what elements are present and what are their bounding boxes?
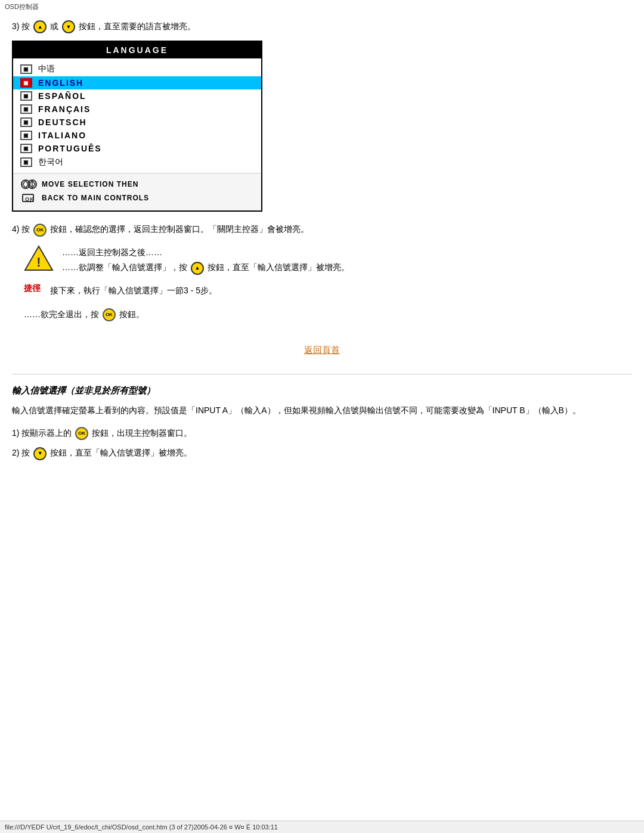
footer-row-1: MOVE SELECTION THEN — [20, 178, 254, 190]
section-divider — [12, 374, 632, 374]
ok-btn-step4: OK — [33, 224, 47, 237]
after-return-line1: ……返回主控制器之後…… — [62, 245, 349, 260]
lang-icon-chinese: ▣ — [20, 64, 32, 74]
lang-row-english[interactable]: ▣ ENGLISH — [13, 76, 261, 89]
step3-text: 3) 按 ▲ 或 ▼ 按鈕，直至需要的語言被增亮。 — [12, 20, 632, 33]
input-section-title: 輸入信號選擇（並非見於所有型號） — [12, 385, 632, 397]
svg-text:!: ! — [36, 255, 41, 270]
footer-row-2: OK BACK TO MAIN CONTROLS — [20, 192, 254, 204]
footer-icon-1 — [20, 178, 37, 190]
return-link-section: 返回頁首 — [12, 333, 632, 368]
lang-label-espanol: ESPAÑOL — [38, 91, 86, 101]
shortcut-block: 捷徑 接下來，執行「輸入信號選擇」一節3 - 5步。 — [24, 283, 632, 298]
lang-row-deutsch[interactable]: ▣ DEUTSCH — [13, 116, 261, 129]
svg-text:OK: OK — [25, 196, 35, 202]
ok-btn-exit: OK — [103, 308, 116, 321]
lang-label-korean: 한국어 — [38, 157, 63, 168]
lang-icon-italiano: ▣ — [20, 131, 32, 140]
lang-icon-english: ▣ — [20, 78, 32, 88]
language-table: LANGUAGE ▣ 中语 ▣ ENGLISH ▣ ESPAÑOL ▣ FRAN… — [12, 41, 262, 212]
lang-icon-deutsch: ▣ — [20, 117, 32, 127]
lang-icon-korean: ▣ — [20, 157, 32, 167]
lang-label-portugues: PORTUGUÊS — [38, 144, 102, 153]
triangle-up-btn-step3: ▲ — [33, 20, 47, 33]
lang-row-portugues[interactable]: ▣ PORTUGUÊS — [13, 142, 261, 155]
ok-btn-input: OK — [75, 427, 88, 440]
triangle-down-btn-step3: ▼ — [62, 20, 75, 33]
top-bar-title: OSD控制器 — [5, 3, 39, 10]
footer-label-1: MOVE SELECTION THEN — [42, 180, 138, 188]
top-bar: OSD控制器 — [0, 0, 644, 14]
exit-block: ……欲完全退出，按 OK 按鈕。 — [24, 307, 632, 322]
lang-row-espanol[interactable]: ▣ ESPAÑOL — [13, 89, 261, 103]
lang-row-italiano[interactable]: ▣ ITALIANO — [13, 129, 261, 142]
language-table-body: ▣ 中语 ▣ ENGLISH ▣ ESPAÑOL ▣ FRANÇAIS ▣ DE… — [13, 58, 261, 173]
step4-section: 4) 按 OK 按鈕，確認您的選擇，返回主控制器窗口。「關閉主控器」會被增亮。 … — [12, 222, 632, 322]
lang-label-francais: FRANÇAIS — [38, 104, 91, 114]
input-section-body: 輸入信號選擇確定螢幕上看到的內容。預設值是「INPUT A」（輸入A），但如果視… — [12, 404, 632, 418]
lang-label-italiano: ITALIANO — [38, 131, 86, 140]
lang-row-chinese[interactable]: ▣ 中语 — [13, 62, 261, 76]
status-bar: file:///D/YEDF U/crt_19_6/edoc/t_chi/OSD… — [0, 820, 644, 833]
warning-text: ……返回主控制器之後…… ……欲調整「輸入信號選擇」，按 ▲ 按鈕，直至「輸入信… — [62, 245, 349, 275]
shortcut-text: 接下來，執行「輸入信號選擇」一節3 - 5步。 — [50, 283, 217, 298]
warning-block: ! ……返回主控制器之後…… ……欲調整「輸入信號選擇」，按 ▲ 按鈕，直至「輸… — [24, 245, 632, 275]
lang-icon-francais: ▣ — [20, 104, 32, 114]
language-table-footer: MOVE SELECTION THEN OK BACK TO MAIN CONT… — [13, 173, 261, 210]
status-bar-text: file:///D/YEDF U/crt_19_6/edoc/t_chi/OSD… — [5, 823, 278, 831]
lang-row-korean[interactable]: ▣ 한국어 — [13, 155, 261, 169]
shortcut-label: 捷徑 — [24, 283, 41, 294]
lang-icon-portugues: ▣ — [20, 144, 32, 153]
input-step1: 1) 按顯示器上的 OK 按鈕，出現主控制器窗口。 — [12, 426, 632, 441]
warning-icon: ! — [24, 245, 54, 271]
input-section: 輸入信號選擇（並非見於所有型號） 輸入信號選擇確定螢幕上看到的內容。預設值是「I… — [12, 385, 632, 460]
lang-label-deutsch: DEUTSCH — [38, 117, 87, 127]
lang-row-francais[interactable]: ▣ FRANÇAIS — [13, 103, 261, 116]
language-table-header: LANGUAGE — [13, 42, 261, 58]
step4-intro: 4) 按 OK 按鈕，確認您的選擇，返回主控制器窗口。「關閉主控器」會被增亮。 — [12, 222, 632, 237]
after-return-line2: ……欲調整「輸入信號選擇」，按 ▲ 按鈕，直至「輸入信號選擇」被增亮。 — [62, 260, 349, 275]
footer-icon-2: OK — [20, 192, 37, 204]
lang-label-chinese: 中语 — [38, 64, 55, 75]
lang-label-english: ENGLISH — [38, 78, 83, 88]
triangle-down-btn-input: ▼ — [33, 447, 47, 460]
return-link[interactable]: 返回頁首 — [304, 345, 340, 355]
input-step2: 2) 按 ▼ 按鈕，直至「輸入信號選擇」被增亮。 — [12, 446, 632, 460]
triangle-up-btn-warning: ▲ — [191, 262, 204, 275]
lang-icon-espanol: ▣ — [20, 91, 32, 101]
footer-label-2: BACK TO MAIN CONTROLS — [42, 194, 149, 202]
